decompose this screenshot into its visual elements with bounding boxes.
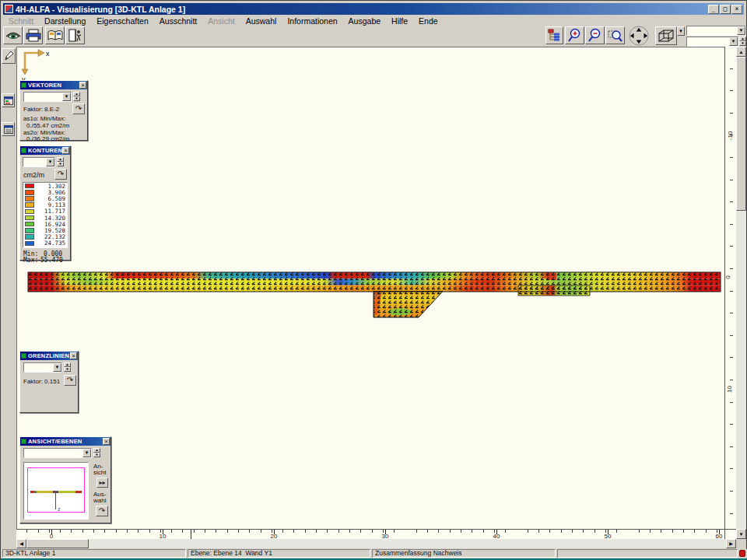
spin-down-icon[interactable]: ▼ bbox=[73, 96, 80, 101]
exit-door-icon bbox=[68, 29, 83, 42]
exit-button[interactable] bbox=[65, 26, 85, 44]
zoom-window-button[interactable] bbox=[605, 26, 625, 44]
contour-band bbox=[28, 272, 721, 317]
menu-hilfe[interactable]: Hilfe bbox=[386, 16, 413, 26]
menu-ausgabe[interactable]: Ausgabe bbox=[343, 16, 386, 26]
draw-tool-button[interactable] bbox=[2, 48, 16, 64]
pan-control[interactable] bbox=[626, 26, 651, 46]
vertical-scrollbar[interactable]: ▲ ▼ bbox=[736, 47, 746, 539]
konturen-unit-label: cm2/m bbox=[23, 171, 44, 179]
print-button[interactable] bbox=[23, 26, 43, 44]
close-icon[interactable]: × bbox=[62, 147, 69, 154]
ansicht-ebenen-title: ANSICHT/EBENEN bbox=[28, 438, 82, 445]
auswahl-label: Aus- wahl bbox=[93, 492, 106, 504]
close-button[interactable]: × bbox=[731, 5, 742, 14]
konturen-palette: KONTUREN × as1o ▼ ▲▼ cm2/m ↷ 1.302 3.906… bbox=[19, 145, 71, 261]
ebene-spinner[interactable]: ▲▼ bbox=[93, 448, 100, 458]
konturen-combobox[interactable]: as1o ▼ bbox=[23, 157, 55, 167]
maximize-button[interactable]: □ bbox=[720, 5, 731, 14]
window-title: 4H-ALFA - Visualisierung [3D-KTL Anlage … bbox=[16, 5, 185, 14]
ebene-combobox[interactable]: Ebene 14 Wand Y1 ▼ bbox=[23, 448, 92, 458]
spin-down-icon[interactable]: ▼ bbox=[739, 41, 746, 46]
menu-ausschnitt[interactable]: Ausschnitt bbox=[154, 16, 202, 26]
status-empty bbox=[557, 549, 738, 558]
konturen-max-value: 55.470 bbox=[40, 257, 63, 264]
spin-down-icon[interactable]: ▼ bbox=[57, 162, 64, 166]
scroll-down-icon[interactable]: ▼ bbox=[736, 529, 746, 539]
view-3d-button[interactable] bbox=[655, 26, 677, 45]
konturen-max-label: Max: bbox=[23, 257, 38, 264]
grenzlinien-combobox-value: <kein> bbox=[37, 372, 58, 373]
title-bar[interactable]: 4H-ALFA - Visualisierung [3D-KTL Anlage … bbox=[3, 3, 744, 15]
book-icon bbox=[47, 30, 63, 42]
palette-icon bbox=[21, 82, 26, 88]
view-button[interactable] bbox=[3, 26, 23, 44]
chevron-down-icon[interactable]: ▼ bbox=[737, 26, 745, 35]
vektoren-spinner[interactable]: ▲▼ bbox=[73, 92, 80, 102]
ruler-minor-ticks bbox=[16, 530, 724, 533]
design-combobox-value: 1: DIN 1045 Bemessung bbox=[700, 35, 746, 36]
grenzlinien-apply-button[interactable]: ↷ bbox=[64, 375, 76, 386]
konturen-titlebar[interactable]: KONTUREN × bbox=[20, 146, 70, 155]
mini-window-icon bbox=[4, 125, 13, 134]
color-legend: 1.302 3.906 6.509 9.113 11.717 14.320 16… bbox=[23, 182, 68, 248]
legend-chip bbox=[25, 196, 34, 201]
ansicht-button[interactable]: ▸▸ bbox=[96, 478, 108, 488]
tree-view-button[interactable] bbox=[545, 26, 563, 44]
spin-down-icon[interactable]: ▼ bbox=[64, 367, 71, 372]
cube-3d-icon bbox=[658, 29, 675, 43]
chevron-down-icon[interactable]: ▼ bbox=[729, 37, 738, 46]
zoom-in-button[interactable] bbox=[565, 26, 584, 44]
close-icon[interactable]: × bbox=[70, 352, 77, 359]
ansicht-label: An- sicht bbox=[93, 464, 106, 476]
result-combobox[interactable]: Zusammenfassung ▼ bbox=[686, 37, 738, 47]
spin-down-icon[interactable]: ▼ bbox=[93, 453, 100, 457]
hierarchy-tree-icon bbox=[548, 29, 561, 42]
palette-toggle-button-2[interactable] bbox=[2, 122, 15, 136]
grenzlinien-combobox[interactable]: <kein> ▼ bbox=[23, 362, 62, 373]
vektoren-combobox[interactable]: as0 ▼ bbox=[23, 92, 72, 102]
close-icon[interactable]: × bbox=[103, 438, 110, 445]
plane-preview[interactable]: + z bbox=[23, 462, 89, 520]
scroll-right-icon[interactable]: ▶ bbox=[726, 539, 736, 548]
palette-toggle-button-1[interactable] bbox=[2, 93, 15, 107]
grenzlinien-title: GRENZLINIEN bbox=[28, 352, 69, 359]
vektoren-titlebar[interactable]: VEKTOREN × bbox=[20, 81, 87, 89]
chevron-down-icon[interactable]: ▼ bbox=[53, 363, 61, 372]
grenzlinien-titlebar[interactable]: GRENZLINIEN × bbox=[20, 352, 78, 360]
vertical-scroll-thumb[interactable] bbox=[736, 57, 746, 211]
scroll-up-icon[interactable]: ▲ bbox=[736, 47, 746, 57]
chevron-down-icon[interactable]: ▼ bbox=[46, 158, 54, 166]
help-book-button[interactable] bbox=[45, 26, 65, 44]
close-icon[interactable]: × bbox=[79, 82, 86, 89]
printer-icon bbox=[26, 29, 41, 42]
horizontal-scrollbar[interactable]: ◀ ▶ bbox=[16, 539, 736, 548]
vektoren-apply-button[interactable]: ↷ bbox=[72, 103, 85, 114]
view-3d-dropdown-arrow[interactable]: ▼ bbox=[677, 26, 685, 36]
menu-auswahl[interactable]: Auswahl bbox=[240, 16, 282, 26]
menu-darstellung[interactable]: Darstellung bbox=[39, 16, 91, 26]
chevron-down-icon[interactable]: ▼ bbox=[62, 93, 71, 101]
konturen-spinner[interactable]: ▲▼ bbox=[57, 157, 64, 167]
vektoren-palette: VEKTOREN × as0 ▼ ▲▼ Faktor: 8.E-2 ↷ as1o… bbox=[19, 80, 88, 141]
auswahl-apply-button[interactable]: ↷ bbox=[96, 506, 108, 516]
menu-ende[interactable]: Ende bbox=[413, 16, 444, 26]
zoom-out-button[interactable] bbox=[585, 26, 605, 44]
legend-chip bbox=[25, 202, 34, 208]
vektoren-combobox-value: as0 bbox=[37, 101, 48, 102]
menu-informationen[interactable]: Informationen bbox=[282, 16, 342, 26]
menu-bar: Schnitt Darstellung Eigenschaften Aussch… bbox=[3, 16, 744, 26]
result-spinner[interactable]: ▲ ▼ bbox=[739, 37, 746, 47]
chevron-down-icon[interactable]: ▼ bbox=[82, 449, 91, 457]
palette-icon bbox=[21, 439, 26, 444]
menu-eigenschaften[interactable]: Eigenschaften bbox=[91, 16, 154, 26]
minimize-button[interactable]: _ bbox=[708, 5, 719, 14]
fem-visualization: x y bbox=[16, 47, 724, 529]
ansicht-ebenen-titlebar[interactable]: ANSICHT/EBENEN × bbox=[20, 437, 110, 446]
grenzlinien-spinner[interactable]: ▲▼ bbox=[64, 362, 71, 373]
konturen-apply-button[interactable]: ↷ bbox=[54, 169, 67, 180]
legend-chip bbox=[25, 190, 34, 195]
design-combobox[interactable]: 1: DIN 1045 Bemessung ▼ bbox=[686, 26, 746, 36]
horizontal-scroll-thumb[interactable] bbox=[26, 539, 89, 548]
scroll-left-icon[interactable]: ◀ bbox=[16, 539, 26, 548]
